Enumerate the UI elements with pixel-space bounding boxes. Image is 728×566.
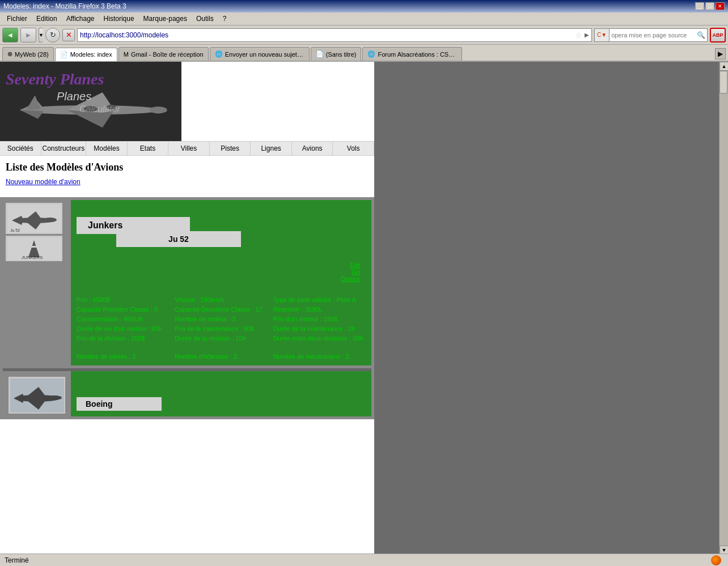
spec-prix: Prix : 4500$ — [77, 296, 169, 303]
header-image: Seventy Planes Planes Calculator — [0, 62, 181, 141]
spec-prix-moteur: Prix d'un moteur : 150$ — [273, 316, 366, 322]
delete-link[interactable]: Del — [341, 269, 360, 275]
tab-label-sans-titre: (Sans titre) — [326, 51, 357, 58]
model-crew: Nombre de pilotes : 2 Nombre d'hôtesses … — [77, 353, 366, 360]
plane-svg — [9, 84, 173, 130]
minimize-button[interactable]: _ — [695, 2, 704, 10]
browser-window: Modeles: index - Mozilla Firefox 3 Beta … — [0, 0, 728, 566]
status-bar: Terminé — [0, 554, 728, 566]
edit-link[interactable]: Edit — [341, 262, 360, 269]
back-button[interactable]: ◄ — [2, 28, 18, 42]
menu-bar: Fichier Edition Affichage Historique Mar… — [0, 12, 728, 25]
tabs-scroll-right[interactable]: ▶ — [715, 48, 726, 59]
firefox-logo — [711, 555, 721, 565]
tab-sans-titre[interactable]: 📄 (Sans titre) — [311, 47, 362, 61]
search-go-button[interactable]: 🔍 — [695, 31, 707, 39]
nav-societes[interactable]: Sociétés — [0, 142, 41, 155]
model-thumb-boeing — [9, 377, 65, 414]
site-header: Seventy Planes Planes Calculator — [0, 62, 374, 141]
page-heading: Liste des Modèles d'Avions — [6, 161, 369, 173]
boeing-manufacturer-name: Boeing — [77, 397, 162, 411]
nav-avions[interactable]: Avions — [292, 142, 333, 155]
refresh-button[interactable]: ↻ — [45, 28, 60, 42]
menu-marque-pages[interactable]: Marque-pages — [139, 14, 192, 24]
tab-label-forum2: Forum Alsacréations : CSS et Stan... — [378, 51, 457, 58]
forward-button[interactable]: ► — [20, 28, 36, 42]
menu-fichier[interactable]: Fichier — [2, 14, 32, 24]
search-input[interactable] — [610, 32, 695, 39]
scroll-thumb[interactable] — [719, 71, 727, 93]
model-name: Ju 52 — [116, 231, 241, 247]
stop-button[interactable]: ✕ — [62, 29, 75, 41]
tab-modeles[interactable]: 📄 Modeles: index — [55, 48, 117, 61]
spec-duree-rev: Durée de la révision : 10h — [175, 335, 267, 342]
model-thumb-plane: Ju 52 — [6, 203, 62, 234]
spec-cap2: Capacité Deuxième Classe : 17 — [175, 306, 267, 313]
nav-modeles[interactable]: Modèles — [86, 142, 128, 155]
tab-label-gmail: Gmail - Boîte de réception — [131, 51, 204, 58]
spec-conso: Consommation : 450L/h — [77, 316, 169, 322]
tab-label-myweb: MyWeb (28) — [15, 51, 49, 58]
nav-constructeurs[interactable]: Constructeurs — [41, 142, 87, 155]
maximize-button[interactable]: □ — [705, 2, 714, 10]
bookmark-star-icon[interactable]: ☆ — [573, 31, 585, 40]
status-text: Terminé — [5, 556, 29, 564]
address-bar: ☆ ▶ — [77, 28, 592, 42]
svg-point-15 — [43, 218, 57, 222]
new-model-link[interactable]: Nouveau modèle d'avion — [6, 178, 369, 186]
model-detail-junkers: Junkers Ju 52 Edit Del Options Prix : 45… — [71, 200, 371, 365]
spec-mecaniciens: Nombre de mécaniciens : 2 — [273, 353, 366, 360]
model-thumbnails-junkers: Ju 52 JUNKERS — [3, 200, 68, 365]
spec-pilotes: Nombre de pilotes : 2 — [77, 353, 169, 360]
svg-marker-5 — [20, 110, 44, 119]
svg-point-1 — [150, 107, 167, 113]
options-link[interactable]: Options — [341, 276, 360, 282]
search-engine-button[interactable]: C▼ — [595, 29, 610, 41]
right-panel: ▲ ▼ — [374, 62, 728, 555]
model-thumb-logo: JUNKERS — [6, 236, 62, 261]
menu-edition[interactable]: Edition — [32, 14, 62, 24]
plane-image — [6, 84, 176, 130]
tab-icon-gmail: M — [124, 51, 129, 58]
tab-icon-modeles: 📄 — [60, 51, 68, 58]
arrow-right-icon: ▶ — [585, 32, 589, 38]
scroll-track[interactable] — [719, 71, 728, 546]
menu-help[interactable]: ? — [218, 14, 231, 24]
tab-myweb[interactable]: ⊕ MyWeb (28) — [2, 47, 54, 61]
tab-forum1[interactable]: 🌐 Envoyer un nouveau sujet - Foru... — [210, 47, 310, 61]
nav-lignes[interactable]: Lignes — [251, 142, 292, 155]
tab-gmail[interactable]: M Gmail - Boîte de réception — [118, 47, 209, 61]
svg-text:JUNKERS: JUNKERS — [22, 255, 43, 260]
address-input[interactable] — [80, 31, 573, 39]
scroll-up-button[interactable]: ▲ — [719, 62, 728, 71]
tab-forum2[interactable]: 🌐 Forum Alsacréations : CSS et Stan... — [362, 47, 462, 61]
nav-villes[interactable]: Villes — [168, 142, 210, 155]
menu-historique[interactable]: Historique — [99, 14, 139, 24]
spec-cap1: Capacité Première Classe : 0 — [77, 306, 169, 313]
junkers-logo-svg: JUNKERS — [7, 237, 61, 260]
svg-point-7 — [84, 106, 98, 112]
nav-pistes[interactable]: Pistes — [210, 142, 251, 155]
tab-label-modeles: Modeles: index — [70, 51, 112, 58]
menu-outils[interactable]: Outils — [192, 14, 218, 24]
model-entry-boeing: Boeing — [3, 371, 371, 416]
abp-button[interactable]: ABP — [710, 28, 726, 42]
spec-reservoir: Réservoir : 3590L — [273, 306, 366, 313]
tab-icon-forum1: 🌐 — [215, 50, 223, 58]
spec-prix-maint: Prix de la maintenance : 50$ — [175, 325, 267, 332]
close-button[interactable]: ✕ — [716, 2, 725, 10]
boeing-thumb-svg — [10, 378, 64, 412]
vertical-scrollbar[interactable]: ▲ ▼ — [719, 62, 728, 555]
title-bar-buttons: _ □ ✕ — [695, 2, 725, 10]
title-bar: Modeles: index - Mozilla Firefox 3 Beta … — [0, 0, 728, 12]
spec-duree-moteur: Durée de vie d'un moteur : 80h — [77, 325, 169, 332]
model-list-area: Ju 52 JUNKERS — [0, 197, 374, 419]
dropdown-arrow[interactable]: ▼ — [39, 28, 43, 42]
menu-affichage[interactable]: Affichage — [62, 14, 99, 24]
tabs-bar: ⊕ MyWeb (28) 📄 Modeles: index M Gmail - … — [0, 45, 728, 62]
svg-point-8 — [107, 105, 116, 109]
browser-title: Modeles: index - Mozilla Firefox 3 Beta … — [3, 2, 126, 10]
nav-etats[interactable]: Etats — [128, 142, 169, 155]
nav-vols[interactable]: Vols — [333, 142, 374, 155]
model-entry-junkers: Ju 52 JUNKERS — [3, 200, 371, 365]
